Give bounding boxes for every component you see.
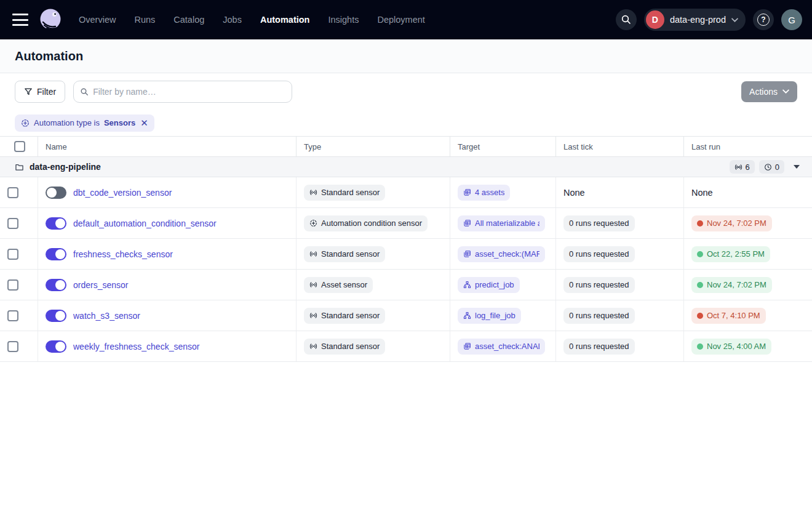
sensor-name-link[interactable]: watch_s3_sensor bbox=[73, 311, 140, 321]
sensor-icon bbox=[309, 250, 317, 258]
row-checkbox[interactable] bbox=[7, 341, 18, 352]
table-row: orders_sensorAsset sensorpredict_job0 ru… bbox=[0, 270, 812, 300]
name-cell: orders_sensor bbox=[38, 270, 296, 300]
nav-links: OverviewRunsCatalogJobsAutomationInsight… bbox=[79, 15, 425, 25]
target-label: asset_check:(MARKE bbox=[475, 249, 539, 259]
asset-icon bbox=[463, 250, 471, 258]
user-avatar[interactable]: G bbox=[781, 9, 802, 30]
question-icon: ? bbox=[757, 14, 770, 26]
last-run-link-badge[interactable]: Nov 24, 7:02 PM bbox=[691, 215, 772, 231]
target-link-badge[interactable]: asset_check:ANALYT bbox=[458, 339, 545, 355]
sensor-name-link[interactable]: dbt_code_version_sensor bbox=[73, 188, 172, 198]
nav-item-runs[interactable]: Runs bbox=[134, 15, 155, 25]
last-tick-label: 0 runs requested bbox=[569, 219, 629, 228]
row-checkbox[interactable] bbox=[7, 310, 18, 321]
sensor-type-badge: Standard sensor bbox=[304, 339, 385, 355]
sensor-toggle[interactable] bbox=[46, 340, 66, 353]
last-run-label: Nov 24, 7:02 PM bbox=[707, 219, 766, 228]
automation-condition-icon bbox=[21, 119, 30, 127]
active-filters-row: Automation type is Sensors ✕ bbox=[0, 110, 812, 137]
workspace-switcher[interactable]: D data-eng-prod bbox=[644, 9, 746, 31]
target-link-badge[interactable]: 4 assets bbox=[458, 185, 510, 201]
target-cell: 4 assets bbox=[450, 177, 555, 207]
toggle-knob bbox=[55, 311, 65, 321]
row-checkbox-cell bbox=[0, 270, 38, 300]
column-header-last-tick: Last tick bbox=[555, 137, 683, 156]
sensor-type-badge: Standard sensor bbox=[304, 185, 385, 201]
name-filter-field bbox=[73, 81, 292, 103]
close-icon[interactable]: ✕ bbox=[140, 118, 148, 127]
last-run-link-badge[interactable]: Oct 22, 2:55 PM bbox=[691, 246, 770, 262]
search-icon bbox=[80, 87, 89, 96]
nav-item-insights[interactable]: Insights bbox=[328, 15, 359, 25]
row-checkbox-cell bbox=[0, 300, 38, 331]
target-cell: All materializable as bbox=[450, 208, 555, 238]
row-checkbox[interactable] bbox=[7, 187, 18, 198]
last-tick-badge: 0 runs requested bbox=[563, 277, 635, 293]
row-checkbox[interactable] bbox=[7, 279, 18, 291]
column-header-last-run: Last run bbox=[683, 137, 812, 156]
table-row: default_automation_condition_sensorAutom… bbox=[0, 208, 812, 239]
hamburger-menu-icon[interactable] bbox=[12, 14, 28, 26]
sensor-name-link[interactable]: orders_sensor bbox=[73, 280, 129, 290]
row-checkbox[interactable] bbox=[7, 249, 18, 260]
table-row: watch_s3_sensorStandard sensorlog_file_j… bbox=[0, 300, 812, 331]
workspace-badge: D bbox=[646, 10, 664, 29]
run-status-dot-icon bbox=[697, 251, 703, 257]
row-checkbox-cell bbox=[0, 331, 38, 361]
target-label: 4 assets bbox=[475, 188, 504, 197]
sensor-name-link[interactable]: default_automation_condition_sensor bbox=[73, 219, 217, 228]
select-all-checkbox[interactable] bbox=[14, 141, 25, 152]
sensor-name-link[interactable]: freshness_checks_sensor bbox=[73, 249, 173, 259]
sensor-toggle[interactable] bbox=[46, 217, 66, 230]
sensor-type-label: Standard sensor bbox=[321, 342, 380, 351]
last-tick-label: 0 runs requested bbox=[569, 249, 629, 259]
job-icon bbox=[463, 281, 471, 289]
column-header-name: Name bbox=[38, 137, 296, 156]
target-link-badge[interactable]: log_file_job bbox=[458, 308, 521, 324]
search-button[interactable] bbox=[616, 9, 637, 30]
sensor-toggle[interactable] bbox=[46, 187, 66, 199]
sensor-toggle[interactable] bbox=[46, 310, 66, 322]
schedule-count: 0 bbox=[775, 163, 779, 172]
target-label: asset_check:ANALYT bbox=[475, 342, 539, 351]
last-tick-cell: 0 runs requested bbox=[555, 331, 683, 361]
target-link-badge[interactable]: predict_job bbox=[458, 277, 520, 293]
nav-item-deployment[interactable]: Deployment bbox=[377, 15, 424, 25]
sensor-toggle[interactable] bbox=[46, 248, 66, 260]
last-tick-cell: 0 runs requested bbox=[555, 270, 683, 300]
name-cell: freshness_checks_sensor bbox=[38, 239, 296, 269]
name-cell: dbt_code_version_sensor bbox=[38, 177, 296, 207]
sensor-type-label: Standard sensor bbox=[321, 311, 380, 320]
name-filter-input[interactable] bbox=[93, 87, 285, 97]
last-run-none: None bbox=[691, 188, 713, 198]
target-link-badge[interactable]: All materializable as bbox=[458, 215, 545, 231]
run-status-dot-icon bbox=[697, 220, 703, 227]
nav-item-overview[interactable]: Overview bbox=[79, 15, 116, 25]
sensor-toggle[interactable] bbox=[46, 279, 66, 291]
collapse-group-caret[interactable] bbox=[794, 165, 800, 169]
row-checkbox[interactable] bbox=[7, 218, 18, 229]
top-navbar: OverviewRunsCatalogJobsAutomationInsight… bbox=[0, 0, 812, 39]
nav-item-automation[interactable]: Automation bbox=[260, 15, 310, 25]
actions-button-label: Actions bbox=[749, 87, 778, 97]
toggle-knob bbox=[55, 280, 65, 290]
sensor-icon bbox=[309, 188, 317, 196]
last-run-link-badge[interactable]: Oct 7, 4:10 PM bbox=[691, 308, 766, 324]
nav-item-jobs[interactable]: Jobs bbox=[223, 15, 242, 25]
help-button[interactable]: ? bbox=[753, 9, 774, 30]
nav-item-catalog[interactable]: Catalog bbox=[173, 15, 204, 25]
last-run-link-badge[interactable]: Nov 25, 4:00 AM bbox=[691, 339, 771, 355]
asset-icon bbox=[463, 342, 471, 350]
target-link-badge[interactable]: asset_check:(MARKE bbox=[458, 246, 545, 262]
target-cell: asset_check:ANALYT bbox=[450, 331, 555, 361]
target-label: log_file_job bbox=[475, 311, 515, 320]
last-run-link-badge[interactable]: Nov 24, 7:02 PM bbox=[691, 277, 772, 293]
column-header-type: Type bbox=[296, 137, 450, 156]
last-run-label: Oct 7, 4:10 PM bbox=[707, 311, 760, 320]
row-checkbox-cell bbox=[0, 177, 38, 207]
sensor-name-link[interactable]: weekly_freshness_check_sensor bbox=[73, 342, 199, 351]
filter-button[interactable]: Filter bbox=[15, 81, 65, 103]
dagster-logo[interactable] bbox=[38, 7, 63, 32]
actions-button[interactable]: Actions bbox=[741, 81, 797, 102]
